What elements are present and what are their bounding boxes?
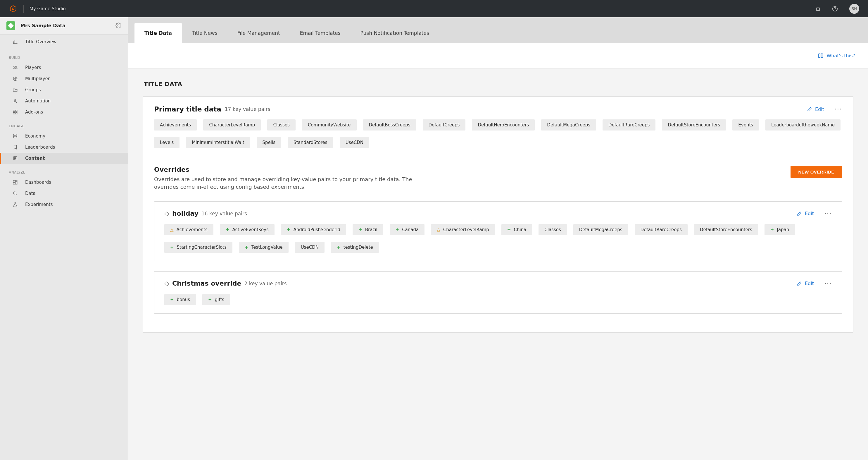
sidebar-item-label: Dashboards	[25, 180, 51, 185]
plus-icon: +	[170, 297, 174, 302]
chip-classes[interactable]: Classes	[267, 119, 296, 131]
chip-levels[interactable]: Levels	[154, 137, 180, 148]
chip-defaultbosscreeps[interactable]: DefaultBossCreeps	[363, 119, 416, 131]
chip-communitywebsite[interactable]: CommunityWebsite	[302, 119, 357, 131]
sidebar-item-automation[interactable]: Automation	[0, 95, 128, 107]
primary-more-icon[interactable]: ···	[835, 106, 842, 113]
chip-characterlevelramp[interactable]: CharacterLevelRamp	[203, 119, 261, 131]
whats-this-link[interactable]: What's this?	[818, 53, 855, 59]
chip-defaultstoreencounters[interactable]: DefaultStoreEncounters	[694, 224, 758, 235]
plus-icon: +	[170, 245, 174, 250]
svg-rect-15	[13, 180, 15, 182]
sidebar-item-economy[interactable]: Economy	[0, 131, 128, 142]
chip-classes[interactable]: Classes	[538, 224, 567, 235]
override-card-holiday: ◇holiday16 key value pairsEdit···△Achiev…	[154, 201, 842, 261]
sidebar-item-label: Players	[25, 65, 41, 70]
chip-defaultheroencounters[interactable]: DefaultHeroEncounters	[472, 119, 535, 131]
chip-testingdelete[interactable]: +testingDelete	[331, 242, 379, 253]
help-icon[interactable]	[830, 4, 840, 14]
main: Title Data Title News File Management Em…	[128, 17, 868, 460]
override-edit-button[interactable]: Edit	[797, 211, 814, 216]
sidebar-item-leaderboards[interactable]: Leaderboards	[0, 142, 128, 153]
chip-usecdn[interactable]: UseCDN	[340, 137, 369, 148]
chip-label: DefaultCreeps	[429, 122, 460, 127]
chip-china[interactable]: +China	[501, 224, 532, 235]
sidebar: Mrs Sample Data Title Overview BUILD Pla…	[0, 17, 128, 460]
svg-point-1	[12, 8, 14, 10]
chip-defaultcreeps[interactable]: DefaultCreeps	[423, 119, 466, 131]
bell-icon[interactable]	[813, 4, 823, 14]
chip-label: DefaultMegaCreeps	[547, 122, 590, 127]
title-header[interactable]: Mrs Sample Data	[0, 17, 128, 34]
chip-achievements[interactable]: △Achievements	[164, 224, 213, 235]
diamond-icon: ◇	[164, 280, 169, 287]
chip-androidpushsenderid[interactable]: +AndroidPushSenderId	[281, 224, 346, 235]
override-edit-button[interactable]: Edit	[797, 281, 814, 286]
chip-label: Events	[738, 122, 753, 127]
tab-title-news[interactable]: Title News	[182, 23, 227, 43]
chip-japan[interactable]: +Japan	[765, 224, 795, 235]
chip-defaultrarecreeps[interactable]: DefaultRareCreeps	[602, 119, 655, 131]
chip-characterlevelramp[interactable]: △CharacterLevelRamp	[431, 224, 495, 235]
tab-file-management[interactable]: File Management	[227, 23, 290, 43]
chip-achievements[interactable]: Achievements	[154, 119, 197, 131]
chip-canada[interactable]: +Canada	[390, 224, 425, 235]
override-count: 16 key value pairs	[202, 211, 247, 217]
chip-bonus[interactable]: +bonus	[164, 294, 196, 305]
svg-point-8	[14, 99, 16, 101]
chip-startingcharacterslots[interactable]: +StartingCharacterSlots	[164, 242, 232, 253]
sidebar-item-label: Title Overview	[25, 39, 57, 45]
plus-icon: +	[396, 227, 399, 232]
studio-name[interactable]: My Game Studio	[30, 6, 66, 11]
avatar[interactable]: SH	[849, 4, 859, 14]
svg-point-13	[13, 134, 17, 136]
sidebar-item-content[interactable]: Content	[0, 153, 128, 164]
chip-leaderboardoftheweekname[interactable]: LeaderboardoftheweekName	[765, 119, 840, 131]
chip-events[interactable]: Events	[732, 119, 759, 131]
gear-icon[interactable]	[116, 23, 121, 29]
svg-rect-17	[16, 182, 17, 184]
sidebar-item-title-overview[interactable]: Title Overview	[0, 34, 128, 49]
title-data-panel: Primary title data 17 key value pairs Ed…	[143, 96, 854, 333]
pencil-icon	[807, 107, 812, 112]
diamond-icon: ◇	[164, 210, 169, 217]
override-more-icon[interactable]: ···	[825, 210, 832, 217]
chip-defaultmegacreeps[interactable]: DefaultMegaCreeps	[573, 224, 628, 235]
chip-minimuminterstitialwait[interactable]: MinimumInterstitialWait	[186, 137, 250, 148]
tab-email-templates[interactable]: Email Templates	[290, 23, 350, 43]
sidebar-item-groups[interactable]: Groups	[0, 84, 128, 95]
svg-rect-18	[13, 183, 15, 184]
sidebar-item-players[interactable]: Players	[0, 62, 128, 73]
chip-label: ActiveEventKeys	[232, 227, 268, 232]
primary-edit-button[interactable]: Edit	[807, 107, 824, 112]
new-override-button[interactable]: NEW OVERRIDE	[790, 166, 842, 178]
sidebar-group-engage: ENGAGE	[0, 118, 128, 131]
tab-push-notification-templates[interactable]: Push Notification Templates	[350, 23, 439, 43]
svg-point-5	[14, 66, 15, 67]
chip-usecdn[interactable]: UseCDN	[295, 242, 324, 253]
chip-standardstores[interactable]: StandardStores	[288, 137, 333, 148]
chip-defaultrarecreeps[interactable]: DefaultRareCreeps	[635, 224, 688, 235]
override-card-christmas-override: ◇Christmas override2 key value pairsEdit…	[154, 271, 842, 314]
sidebar-item-multiplayer[interactable]: Multiplayer	[0, 73, 128, 84]
automation-icon	[12, 98, 19, 104]
chip-brazil[interactable]: +Brazil	[352, 224, 383, 235]
chip-defaultmegacreeps[interactable]: DefaultMegaCreeps	[541, 119, 596, 131]
chip-label: DefaultMegaCreeps	[579, 227, 622, 232]
chip-activeeventkeys[interactable]: +ActiveEventKeys	[220, 224, 275, 235]
tab-title-data[interactable]: Title Data	[134, 23, 182, 43]
chip-gifts[interactable]: +gifts	[202, 294, 230, 305]
chip-label: Spells	[262, 140, 275, 145]
chip-testlongvalue[interactable]: +TestLongValue	[239, 242, 288, 253]
override-more-icon[interactable]: ···	[825, 280, 832, 287]
sidebar-item-experiments[interactable]: Experiments	[0, 199, 128, 210]
plus-icon: +	[507, 227, 511, 232]
folder-icon	[12, 87, 19, 92]
overrides-description: Overrides are used to store and manage o…	[154, 176, 417, 191]
sidebar-item-dashboards[interactable]: Dashboards	[0, 177, 128, 188]
sidebar-item-data[interactable]: Data	[0, 188, 128, 199]
sidebar-item-addons[interactable]: Add-ons	[0, 107, 128, 118]
chip-defaultstoreencounters[interactable]: DefaultStoreEncounters	[662, 119, 726, 131]
addons-icon	[12, 110, 19, 115]
chip-spells[interactable]: Spells	[257, 137, 281, 148]
